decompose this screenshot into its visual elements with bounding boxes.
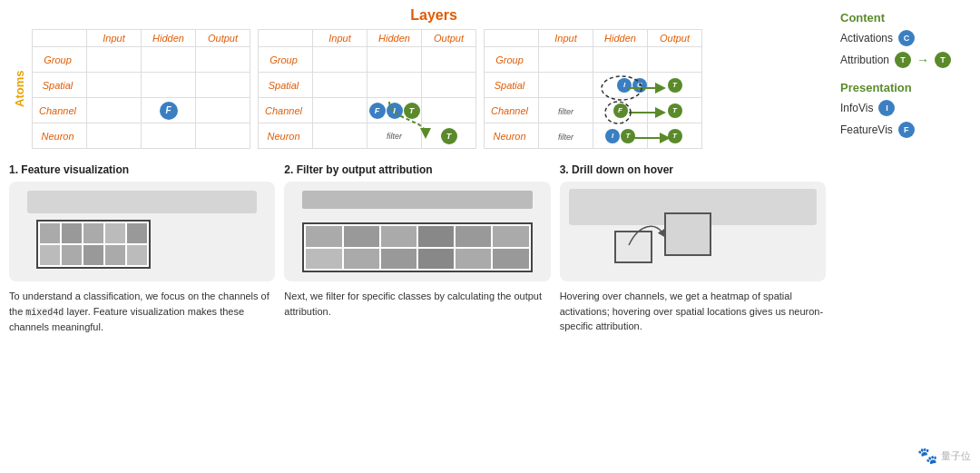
f-node-1: F xyxy=(160,102,178,120)
c-node-3s: C xyxy=(632,78,647,93)
cell3-2-2: I C xyxy=(593,73,648,98)
attribution-label: Attribution xyxy=(840,54,889,66)
i-node-3n: I xyxy=(605,129,620,143)
arrow-right-icon: → xyxy=(916,53,929,67)
panel-2-illustration xyxy=(284,182,550,281)
activations-item: Activations C xyxy=(840,30,971,46)
cell3-3-2: F xyxy=(593,98,648,123)
table-2: Input Hidden Output Group xyxy=(258,29,476,149)
t-node-3s: T xyxy=(668,78,682,93)
infovis-label: InfoVis xyxy=(840,102,873,114)
cell2-3-2: F I T xyxy=(368,98,422,123)
cell3-3-1: filter xyxy=(539,98,593,123)
cell2-4-2: filter xyxy=(368,123,422,149)
cell2-1-3 xyxy=(422,47,476,73)
cell2-3-1 xyxy=(313,98,368,123)
output-header-1: Output xyxy=(196,30,250,47)
panel-2: 2. Filter by output attribution Next, we… xyxy=(284,163,550,334)
cell3-2-1 xyxy=(539,73,593,98)
t-node-2: T xyxy=(404,103,420,119)
cell3-1-3 xyxy=(648,47,702,73)
panel-3: 3. Drill down on hover xyxy=(560,163,826,334)
watermark-text: 量子位 xyxy=(941,449,971,463)
cell3-4-3: T xyxy=(648,123,702,149)
input-header-3: Input xyxy=(539,30,593,47)
featurevis-label: FeatureVis xyxy=(840,123,893,136)
row-group-1: Group xyxy=(33,47,87,73)
row-spatial-2: Spatial xyxy=(259,73,313,98)
panel-1-title: 1. Feature visualization xyxy=(9,163,275,176)
cell-3-3 xyxy=(196,98,250,123)
f-node-3c: F xyxy=(613,103,628,118)
cell3-1-2 xyxy=(593,47,648,73)
corner-th-1 xyxy=(33,30,87,47)
watermark: 🐾 量子位 xyxy=(917,446,971,466)
hidden-header-1: Hidden xyxy=(142,30,196,47)
cell2-1-1 xyxy=(313,47,368,73)
panel-1-image xyxy=(9,182,275,281)
cell-4-3 xyxy=(196,123,250,149)
cell-1-3 xyxy=(196,47,250,73)
panel-3-image xyxy=(560,182,826,281)
i-badge: I xyxy=(878,100,895,116)
panel-1-text: To understand a classification, we focus… xyxy=(9,289,275,334)
cell-3-1 xyxy=(87,98,142,123)
infovis-item: InfoVis I xyxy=(840,100,971,116)
cell2-2-2 xyxy=(368,73,422,98)
cell2-1-2 xyxy=(368,47,422,73)
content-section: Content Activations C Attribution T → T xyxy=(840,11,971,68)
t-node-3nb: T xyxy=(668,129,682,143)
panel-3-illustration xyxy=(560,182,826,281)
cell3-4-2: I T xyxy=(593,123,648,149)
t-node-2b: T xyxy=(441,128,457,144)
row-neuron-2: Neuron xyxy=(259,123,313,149)
cell-4-1 xyxy=(87,123,142,149)
filter-grid xyxy=(302,222,532,272)
row-channel-3: Channel xyxy=(485,98,539,123)
row-channel-2: Channel xyxy=(259,98,313,123)
content-title: Content xyxy=(840,11,971,25)
f-node-2: F xyxy=(369,103,386,119)
hidden-header-2: Hidden xyxy=(368,30,422,47)
watermark-icon: 🐾 xyxy=(917,446,937,466)
cell2-4-3: T xyxy=(422,123,476,149)
table-3: Input Hidden Output Group xyxy=(484,29,702,149)
cell2-4-1 xyxy=(313,123,368,149)
cell-1-2 xyxy=(142,47,196,73)
sidebar: Content Activations C Attribution T → T … xyxy=(826,7,971,334)
fv-grid xyxy=(36,220,151,269)
panel-2-image xyxy=(284,182,550,281)
cell-2-1 xyxy=(87,73,142,98)
row-neuron-3: Neuron xyxy=(485,123,539,149)
layers-title: Layers xyxy=(42,7,826,24)
drill-arrow-svg xyxy=(622,218,671,254)
corner-th-2 xyxy=(259,30,313,47)
t-badge-1: T xyxy=(895,52,911,68)
panel-3-title: 3. Drill down on hover xyxy=(560,163,826,176)
cell2-2-3 xyxy=(422,73,476,98)
input-header-2: Input xyxy=(313,30,368,47)
featurevis-item: FeatureVis F xyxy=(840,122,971,138)
filter-bar xyxy=(302,191,532,209)
table-1: Input Hidden Output Group xyxy=(32,29,250,149)
c-badge: C xyxy=(898,30,915,46)
cell-2-2 xyxy=(142,73,196,98)
activations-label: Activations xyxy=(840,32,893,44)
t-badge-2: T xyxy=(935,52,951,68)
cell3-4-1: filter xyxy=(539,123,593,149)
output-header-2: Output xyxy=(422,30,476,47)
cell3-2-3: T xyxy=(648,73,702,98)
panel-3-text: Hovering over channels, we get a heatmap… xyxy=(560,289,826,334)
panel-1-illustration xyxy=(9,182,275,281)
output-header-3: Output xyxy=(648,30,702,47)
panel-2-title: 2. Filter by output attribution xyxy=(284,163,550,176)
cell2-2-1 xyxy=(313,73,368,98)
t-node-3n: T xyxy=(621,129,635,143)
panel-1: 1. Feature visualization xyxy=(9,163,275,334)
presentation-section: Presentation InfoVis I FeatureVis F xyxy=(840,81,971,138)
attribution-item: Attribution T → T xyxy=(840,52,971,68)
cell-3-2: F xyxy=(142,98,196,123)
row-group-2: Group xyxy=(259,47,313,73)
row-group-3: Group xyxy=(485,47,539,73)
filter-label-2: filter xyxy=(387,132,402,141)
